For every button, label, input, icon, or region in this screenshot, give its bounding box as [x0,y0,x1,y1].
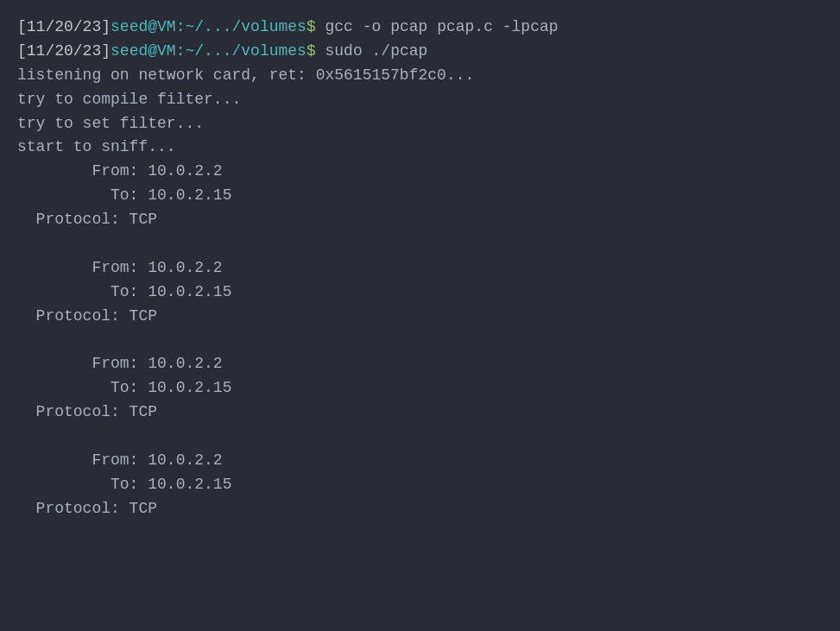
blank-line [17,329,823,353]
prompt-user: seed@VM [111,18,176,35]
prompt-user: seed@VM [111,42,176,60]
output-line: start to sniff... [17,136,823,160]
packet-line: From: 10.0.2.2 [17,449,823,473]
prompt-bracket-close: ] [101,18,111,35]
prompt-bracket-close: ] [101,42,111,60]
output-line: try to set filter... [17,112,823,136]
packet-line: Protocol: TCP [17,305,823,329]
packet-line: To: 10.0.2.15 [17,281,823,305]
prompt-path: :~/.../volumes [176,18,306,35]
packet-line: From: 10.0.2.2 [17,160,823,184]
packet-line: To: 10.0.2.15 [17,184,823,208]
blank-line [17,232,823,256]
prompt-date: 11/20/23 [27,18,101,35]
command-line: [11/20/23]seed@VM:~/.../volumes$ gcc -o … [17,16,823,40]
packet-line: From: 10.0.2.2 [17,352,823,376]
prompt-dollar: $ [306,18,316,35]
blank-line [17,425,823,449]
command-line: [11/20/23]seed@VM:~/.../volumes$ sudo ./… [17,40,823,64]
command-text: sudo ./pcap [316,42,428,60]
prompt-bracket-open: [ [17,42,27,60]
output-line: try to compile filter... [17,88,823,112]
packet-line: Protocol: TCP [17,497,823,521]
packet-line: Protocol: TCP [17,208,823,232]
packet-line: Protocol: TCP [17,401,823,425]
prompt-bracket-open: [ [17,18,27,35]
packet-line: To: 10.0.2.15 [17,473,823,497]
prompt-date: 11/20/23 [27,42,101,60]
terminal: [11/20/23]seed@VM:~/.../volumes$ gcc -o … [17,16,823,615]
output-line: listening on network card, ret: 0x561515… [17,64,823,88]
command-text: gcc -o pcap pcap.c -lpcap [316,18,559,35]
packet-line: From: 10.0.2.2 [17,256,823,281]
prompt-dollar: $ [306,42,316,60]
prompt-path: :~/.../volumes [176,42,306,60]
packet-line: To: 10.0.2.15 [17,376,823,401]
